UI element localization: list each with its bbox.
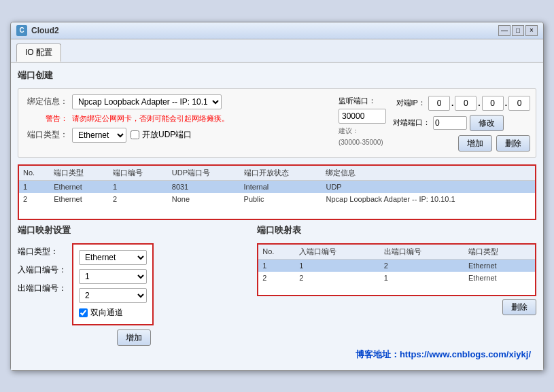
mapping-type-select[interactable]: Ethernet UDP: [79, 250, 147, 265]
action-buttons: 增加 删除: [393, 135, 530, 152]
open-udp-row: 开放UDP端口: [131, 129, 192, 141]
bidirectional-row: 双向通道: [79, 307, 147, 319]
mcell-no: 2: [258, 272, 295, 284]
remote-port-label: 对端端口：: [393, 118, 430, 128]
mapping-in-select[interactable]: 1 2: [79, 269, 147, 284]
open-udp-checkbox[interactable]: [131, 130, 139, 139]
mapping-labels: 端口类型： 入端口编号： 出端口编号：: [18, 243, 67, 325]
port-mapping-table-section: 端口映射表 No. 入端口编号 出端口编号 端口类型: [257, 224, 536, 346]
port-mapping-settings-title: 端口映射设置: [18, 224, 250, 238]
cell-binding: Npcap Loopback Adapter -- IP: 10.10.1: [322, 193, 535, 205]
col-type: 端口类型: [50, 166, 109, 181]
bidirectional-checkbox[interactable]: [79, 308, 88, 317]
monitor-port-input[interactable]: [339, 109, 386, 124]
mapping-delete-button[interactable]: 删除: [502, 299, 536, 315]
suggest-label: 建议：: [339, 126, 386, 136]
mcell-type: Ethernet: [464, 259, 535, 272]
port-mapping-table-container: No. 入端口编号 出端口编号 端口类型 1 1 2 Ether: [257, 243, 536, 296]
table-row[interactable]: 2 Ethernet 2 None Public Npcap Loopback …: [19, 193, 535, 205]
mcell-out: 2: [380, 259, 464, 272]
col-num: 端口编号: [109, 166, 168, 181]
mcell-in: 2: [295, 272, 379, 284]
mcol-no: No.: [258, 245, 295, 260]
add-port-button[interactable]: 增加: [458, 135, 492, 152]
modify-button[interactable]: 修改: [470, 115, 504, 131]
remote-port-row: 对端端口： 修改: [393, 115, 530, 131]
window-title: Cloud2: [31, 26, 59, 35]
remote-ip-group: . . .: [428, 96, 530, 111]
col-udp: UDP端口号: [168, 166, 240, 181]
table-row[interactable]: 1 1 2 Ethernet: [258, 259, 535, 272]
col-binding: 绑定信息: [322, 166, 535, 181]
cell-binding: UDP: [322, 180, 535, 193]
port-creation-section: 端口创建 绑定信息： Npcap Loopback Adapter -- IP:…: [18, 69, 536, 158]
main-window: C Cloud2 — □ × IO 配置 端口创建 绑定信息：: [10, 22, 544, 371]
mcol-in: 入端口编号: [295, 245, 379, 260]
mcell-no: 1: [258, 259, 295, 272]
port-type-row: 端口类型： Ethernet UDP 开放UDP端口: [24, 128, 332, 143]
port-mapping-table-title: 端口映射表: [257, 224, 536, 238]
port-mapping-table: No. 入端口编号 出端口编号 端口类型 1 1 2 Ether: [258, 245, 535, 295]
delete-port-button[interactable]: 删除: [496, 135, 530, 152]
remote-column: 对端IP： . . . 对端: [393, 96, 530, 152]
port-table: No. 端口类型 端口编号 UDP端口号 端口开放状态 绑定信息 1 Ether…: [19, 166, 535, 219]
port-table-header: No. 端口类型 端口编号 UDP端口号 端口开放状态 绑定信息: [19, 166, 535, 181]
remote-ip-3[interactable]: [482, 96, 504, 111]
mcell-out: 1: [380, 272, 464, 284]
port-table-container: No. 端口类型 端口编号 UDP端口号 端口开放状态 绑定信息 1 Ether…: [18, 164, 536, 220]
minimize-button[interactable]: —: [498, 25, 510, 36]
title-bar-left: C Cloud2: [16, 25, 59, 36]
mapping-settings-content: 端口类型： 入端口编号： 出端口编号： Ethernet UDP 1 2: [18, 243, 250, 325]
remote-port-input[interactable]: [433, 116, 467, 130]
port-type-label: 端口类型：: [24, 129, 68, 141]
cell-num: 1: [109, 180, 168, 193]
mapping-add-button[interactable]: 增加: [117, 329, 151, 346]
bidirectional-label: 双向通道: [90, 307, 123, 319]
footer-link: 博客地址：https://www.cnblogs.com/xiykj/: [18, 346, 536, 363]
mcol-out: 出端口编号: [380, 245, 464, 260]
bottom-section: 端口映射设置 端口类型： 入端口编号： 出端口编号： Ethernet UDP …: [18, 224, 536, 346]
mapping-out-label: 出端口编号：: [18, 283, 67, 294]
remote-ip-1[interactable]: [428, 96, 450, 111]
cell-status: Public: [240, 193, 322, 205]
suggest-value: (30000-35000): [339, 139, 386, 146]
cell-num: 2: [109, 193, 168, 205]
cell-type: Ethernet: [50, 193, 109, 205]
mapping-type-label: 端口类型：: [18, 246, 67, 257]
binding-select[interactable]: Npcap Loopback Adapter -- IP: 10.10.1: [72, 94, 222, 109]
port-creation-box: 绑定信息： Npcap Loopback Adapter -- IP: 10.1…: [18, 88, 536, 158]
mapping-table-header: No. 入端口编号 出端口编号 端口类型: [258, 245, 535, 260]
cell-udp: 8031: [168, 180, 240, 193]
port-mapping-settings: 端口映射设置 端口类型： 入端口编号： 出端口编号： Ethernet UDP …: [18, 224, 250, 346]
main-content: 端口创建 绑定信息： Npcap Loopback Adapter -- IP:…: [11, 63, 543, 370]
warning-label: 警告：: [24, 113, 68, 124]
warning-text: 请勿绑定公网网卡，否则可能会引起网络瘫痪。: [72, 113, 229, 124]
remote-ip-4[interactable]: [508, 96, 530, 111]
table-row[interactable]: 1 Ethernet 1 8031 Internal UDP: [19, 180, 535, 193]
close-button[interactable]: ×: [525, 25, 538, 36]
mcol-type: 端口类型: [464, 245, 535, 260]
maximize-button[interactable]: □: [512, 25, 524, 36]
col-status: 端口开放状态: [240, 166, 322, 181]
empty-row: [258, 284, 535, 295]
mapping-add-row: 增加: [18, 329, 250, 346]
mapping-in-label: 入端口编号：: [18, 264, 67, 276]
app-icon: C: [16, 25, 27, 36]
warning-row: 警告： 请勿绑定公网网卡，否则可能会引起网络瘫痪。: [24, 113, 332, 124]
empty-row: [19, 205, 535, 219]
tab-io-config[interactable]: IO 配置: [16, 43, 61, 62]
table-row[interactable]: 2 2 1 Ethernet: [258, 272, 535, 284]
cell-no: 1: [19, 180, 50, 193]
remote-ip-2[interactable]: [455, 96, 477, 111]
mapping-out-select[interactable]: 2 1: [79, 288, 147, 303]
port-type-select[interactable]: Ethernet UDP: [72, 128, 126, 143]
mapping-delete-row: 删除: [257, 299, 536, 315]
tab-bar: IO 配置: [11, 39, 543, 63]
cell-status: Internal: [240, 180, 322, 193]
mcell-in: 1: [295, 259, 379, 272]
binding-row: 绑定信息： Npcap Loopback Adapter -- IP: 10.1…: [24, 94, 332, 109]
title-bar: C Cloud2 — □ ×: [11, 22, 543, 39]
binding-label: 绑定信息：: [24, 96, 68, 107]
remote-ip-label: 对端IP：: [393, 98, 426, 108]
cell-no: 2: [19, 193, 50, 205]
